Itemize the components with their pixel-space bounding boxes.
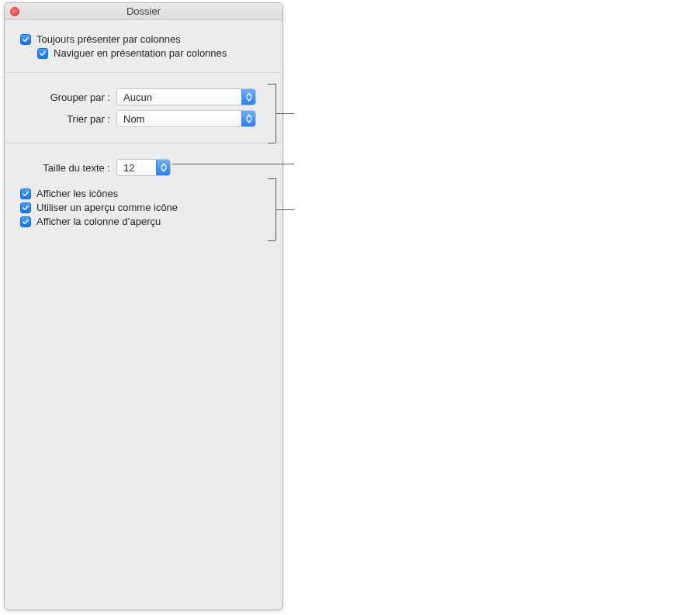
callout-bracket [268, 240, 275, 241]
sort-by-row: Trier par : Nom [20, 110, 267, 127]
section-text-and-show: Taille du texte : 12 Afficher les icônes [5, 143, 282, 240]
callout-line [172, 164, 294, 164]
preview-as-icon-label: Utiliser un aperçu comme icône [36, 202, 178, 213]
group-by-label: Grouper par : [20, 92, 116, 103]
text-size-value: 12 [117, 162, 134, 174]
view-options-window: Dossier Toujours présenter par colonnes … [4, 2, 283, 610]
updown-icon[interactable] [241, 111, 255, 126]
checkbox-checked-icon[interactable] [20, 34, 31, 45]
sort-by-select[interactable]: Nom [116, 110, 256, 127]
callout-bracket [268, 84, 275, 85]
sort-by-value: Nom [117, 113, 144, 125]
checkbox-preview-as-icon-row[interactable]: Utiliser un aperçu comme icône [20, 202, 267, 213]
callout-line [275, 209, 294, 210]
preview-column-label: Afficher la colonne d’aperçu [36, 216, 161, 227]
checkbox-checked-icon[interactable] [20, 188, 31, 199]
checkbox-checked-icon[interactable] [20, 216, 31, 227]
callout-bracket [268, 143, 275, 143]
sort-by-label: Trier par : [20, 113, 116, 125]
window-title: Dossier [126, 5, 161, 17]
checkbox-show-icons-row[interactable]: Afficher les icônes [20, 188, 267, 199]
show-icons-label: Afficher les icônes [36, 188, 118, 199]
close-icon[interactable] [10, 7, 19, 16]
text-size-label: Taille du texte : [20, 162, 116, 174]
section-group-sort: Grouper par : Aucun Trier par : Nom [5, 72, 282, 143]
titlebar[interactable]: Dossier [5, 3, 282, 20]
updown-icon[interactable] [241, 89, 255, 105]
checkbox-browse-columns-row[interactable]: Naviguer en présentation par colonnes [20, 47, 267, 59]
always-columns-label: Toujours présenter par colonnes [36, 33, 181, 45]
updown-icon[interactable] [156, 160, 170, 175]
checkbox-checked-icon[interactable] [20, 202, 31, 213]
group-by-row: Grouper par : Aucun [20, 88, 267, 105]
content-area: Toujours présenter par colonnes Naviguer… [5, 20, 282, 240]
group-by-value: Aucun [117, 92, 152, 103]
checkbox-preview-column-row[interactable]: Afficher la colonne d’aperçu [20, 216, 267, 227]
section-columns-pref: Toujours présenter par colonnes Naviguer… [5, 20, 282, 72]
callout-line [275, 113, 294, 114]
browse-columns-label: Naviguer en présentation par colonnes [54, 47, 227, 59]
text-size-row: Taille du texte : 12 [20, 159, 267, 176]
checkbox-always-columns-row[interactable]: Toujours présenter par colonnes [20, 33, 267, 45]
callout-bracket [268, 178, 275, 179]
group-by-select[interactable]: Aucun [116, 88, 256, 105]
checkbox-checked-icon[interactable] [37, 48, 48, 59]
text-size-select[interactable]: 12 [116, 159, 171, 176]
